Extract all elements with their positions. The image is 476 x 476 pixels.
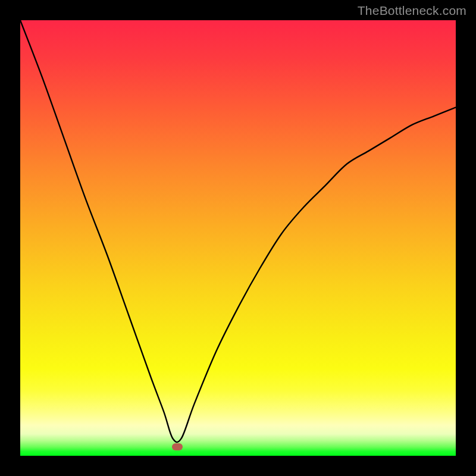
chart-container: TheBottleneck.com: [0, 0, 476, 476]
watermark-text: TheBottleneck.com: [358, 4, 466, 18]
plot-area: [20, 20, 456, 456]
bottleneck-curve: [20, 20, 456, 456]
curve-path: [20, 20, 456, 442]
minimum-marker: [172, 443, 183, 450]
